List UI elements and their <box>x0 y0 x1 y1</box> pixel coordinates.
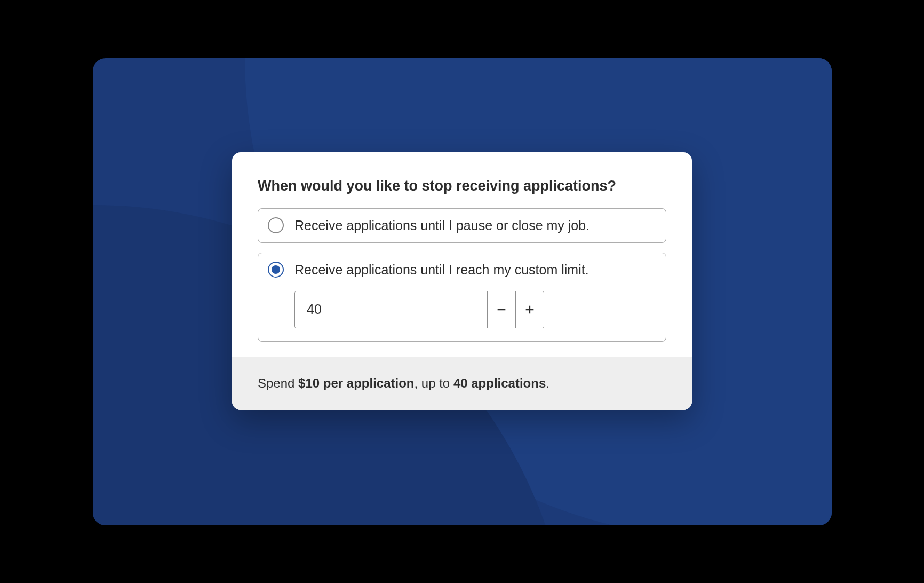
card-footer: Spend $10 per application, up to 40 appl… <box>232 357 692 410</box>
application-limit-card: When would you like to stop receiving ap… <box>232 152 692 410</box>
option-content: Receive applications until I reach my cu… <box>294 261 656 328</box>
quantity-stepper <box>294 291 544 328</box>
card-body: When would you like to stop receiving ap… <box>232 152 692 357</box>
minus-icon <box>496 304 507 316</box>
summary-mid: , up to <box>414 376 453 390</box>
backdrop: When would you like to stop receiving ap… <box>93 58 832 525</box>
option-label-pause-close: Receive applications until I pause or cl… <box>294 216 656 235</box>
card-heading: When would you like to stop receiving ap… <box>258 178 666 194</box>
summary-limit: 40 applications <box>453 376 546 390</box>
summary-price: $10 per application <box>298 376 414 390</box>
spend-summary: Spend $10 per application, up to 40 appl… <box>258 376 666 391</box>
option-custom-limit[interactable]: Receive applications until I reach my cu… <box>258 253 666 342</box>
option-pause-close[interactable]: Receive applications until I pause or cl… <box>258 208 666 243</box>
radio-custom-limit[interactable] <box>268 262 284 278</box>
summary-suffix: . <box>546 376 549 390</box>
option-label-custom-limit: Receive applications until I reach my cu… <box>294 261 656 279</box>
limit-input[interactable] <box>295 292 487 328</box>
decrement-button[interactable] <box>487 292 515 328</box>
summary-prefix: Spend <box>258 376 298 390</box>
option-content: Receive applications until I pause or cl… <box>294 216 656 235</box>
radio-pause-close[interactable] <box>268 217 284 233</box>
increment-button[interactable] <box>515 292 544 328</box>
plus-icon <box>524 304 536 316</box>
